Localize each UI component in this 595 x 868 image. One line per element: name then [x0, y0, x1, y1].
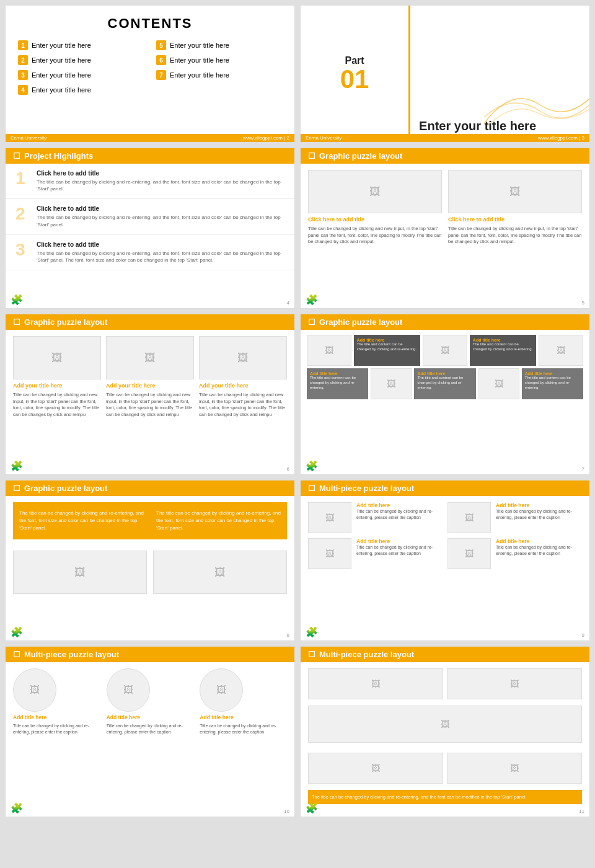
slide-graphic-puzzle-grid: ☐ Graphic puzzle layout 🖼 Add title here… [300, 314, 590, 475]
puzzle-item: 🖼 Click here to add title Title can be c… [448, 170, 582, 246]
slide-graphic-puzzle-3col: ☐ Graphic puzzle layout 🖼 Add your title… [5, 314, 295, 475]
image-icon: 🖼 [387, 379, 395, 389]
section-header: ☐ Multi-piece puzzle layout [301, 480, 589, 496]
puzzle-image: 🖼 [153, 551, 287, 594]
list-item: 6 Enter your title here [156, 55, 282, 65]
checkbox-icon: ☐ [308, 484, 315, 493]
multi-item: 🖼 Add title here Title can be changed by… [447, 538, 582, 569]
section-header: ☐ Graphic puzzle layout [6, 480, 294, 496]
image-icon: 🖼 [371, 679, 380, 689]
img-grid-top: 🖼 🖼 [301, 662, 589, 706]
checkbox-icon: ☐ [308, 151, 315, 161]
image-icon: 🖼 [237, 352, 249, 365]
highlights-list: 1 Click here to add title The title can … [6, 164, 294, 270]
page-icon: 🧩 [306, 626, 318, 638]
overlay-img-row: 🖼 🖼 [6, 546, 294, 600]
part-left: Part 01 [301, 6, 410, 142]
multi-image: 🖼 [308, 502, 351, 533]
image-icon: 🖼 [325, 513, 334, 523]
circle-item: 🖼 Add title here Title can be changed by… [13, 668, 100, 735]
image-icon: 🖼 [369, 185, 381, 198]
multi-item: 🖼 Add title here Title can be changed by… [308, 502, 443, 533]
image-icon: 🖼 [509, 185, 521, 198]
puzzle-text-cell: Add title here The title and content can… [470, 335, 537, 366]
puzzle-image: 🖼 [106, 336, 194, 379]
image-icon: 🖼 [144, 352, 156, 365]
puzzle-image: 🖼 [13, 336, 101, 379]
image-icon: 🖼 [325, 549, 334, 559]
checkbox-icon: ☐ [308, 317, 315, 327]
right-img-item: 🖼 [308, 753, 443, 784]
list-item: 5 Enter your title here [156, 40, 282, 50]
right-img-item: 🖼 [308, 668, 443, 699]
right-img-item: 🖼 [447, 753, 582, 784]
puzzle-text-cell: Add title here The title and content can… [414, 368, 475, 399]
multi-content: Add title here Title can be changed by c… [356, 502, 443, 521]
highlight-item: 2 Click here to add title The title can … [6, 199, 294, 234]
puzzle-row-2: Add title here The title and content can… [307, 368, 583, 399]
page-icon: 🧩 [11, 802, 23, 814]
image-icon: 🖼 [441, 345, 449, 355]
image-icon: 🖼 [216, 684, 226, 696]
checkbox-icon: ☐ [13, 484, 20, 493]
list-item: 2 Enter your title here [18, 55, 144, 65]
circle-image: 🖼 [13, 668, 56, 712]
section-header: ☐ Graphic puzzle layout [301, 148, 589, 164]
slide-graphic-puzzle-overlay: ☐ Graphic puzzle layout The title can be… [5, 480, 295, 641]
multi-grid: 🖼 Add title here Title can be changed by… [301, 496, 589, 575]
contents-list: 1 Enter your title here 5 Enter your tit… [18, 40, 282, 99]
highlight-item: 1 Click here to add title The title can … [6, 164, 294, 199]
checkbox-icon: ☐ [13, 151, 20, 161]
multi-content: Add title here Title can be changed by c… [356, 538, 443, 557]
slide-footer: Enma University www.xllegppt.com | 2 [6, 134, 294, 142]
checkbox-icon: ☐ [13, 317, 20, 327]
multi-item: 🖼 Add title here Title can be changed by… [447, 502, 582, 533]
puzzle-row-1: 🖼 Add title here The title and content c… [307, 335, 583, 366]
image-icon: 🖼 [30, 684, 40, 696]
section-header: ☐ Project Highlights [6, 148, 294, 164]
puzzle-img: 🖼 [307, 335, 351, 366]
slide-footer: Enma University www.xllegppt.com | 3 [301, 134, 589, 142]
page-icon: 🧩 [11, 460, 23, 472]
slide-multi-piece-img-grid: ☐ Multi-piece puzzle layout 🖼 🖼 🖼 🖼 🖼 Th… [300, 646, 590, 817]
multi-image: 🖼 [308, 538, 351, 569]
list-item: 4 Enter your title here [18, 85, 144, 95]
puzzle-img: 🖼 [423, 335, 467, 366]
page-icon: 🧩 [11, 294, 23, 306]
page-icon: 🧩 [306, 460, 318, 472]
puzzle-grid: 🖼 Add your title here Title can be chang… [6, 330, 294, 424]
circles-row: 🖼 Add title here Title can be changed by… [13, 668, 287, 735]
highlight-content: Click here to add title The title can be… [37, 241, 284, 264]
image-icon: 🖼 [510, 679, 519, 689]
image-icon: 🖼 [510, 763, 519, 773]
image-icon: 🖼 [371, 763, 380, 773]
center-image: 🖼 [308, 706, 582, 743]
circle-item: 🖼 Add title here Title can be changed by… [107, 668, 194, 735]
puzzle-img: 🖼 [478, 368, 519, 399]
list-item: 3 Enter your title here [18, 70, 144, 80]
puzzle-item: 🖼 Add your title here Title can be chang… [106, 336, 194, 418]
puzzle-text-cell: Add title here The title and content can… [354, 335, 421, 366]
overlay-grid: The title can be changed by clicking and… [6, 496, 294, 546]
page-icon: 🧩 [11, 626, 23, 638]
puzzle-image: 🖼 [308, 170, 442, 213]
circle-item: 🖼 Add title here Title can be changed by… [200, 668, 287, 735]
image-icon: 🖼 [495, 379, 503, 389]
puzzle-image: 🖼 [13, 551, 147, 594]
checkbox-icon: ☐ [13, 650, 20, 659]
image-icon: 🖼 [74, 566, 86, 579]
section-header: ☐ Graphic puzzle layout [6, 314, 294, 330]
multi-circles: 🖼 Add title here Title can be changed by… [6, 662, 294, 742]
circle-image: 🖼 [200, 668, 243, 712]
slide-graphic-puzzle-2col: ☐ Graphic puzzle layout 🖼 Click here to … [300, 148, 590, 309]
puzzle-image: 🖼 [199, 336, 287, 379]
highlight-content: Click here to add title The title can be… [37, 170, 284, 192]
puzzle-item: 🖼 Add your title here Title can be chang… [199, 336, 287, 418]
slide-highlights: ☐ Project Highlights 1 Click here to add… [5, 148, 295, 309]
puzzle-text-cell: Add title here The title and content can… [522, 368, 583, 399]
puzzle-image: 🖼 [448, 170, 582, 213]
highlight-content: Click here to add title The title can be… [37, 205, 284, 228]
image-icon: 🖼 [465, 513, 474, 523]
multi-item: 🖼 Add title here Title can be changed by… [308, 538, 443, 569]
multi-content: Add title here Title can be changed by c… [496, 538, 582, 557]
